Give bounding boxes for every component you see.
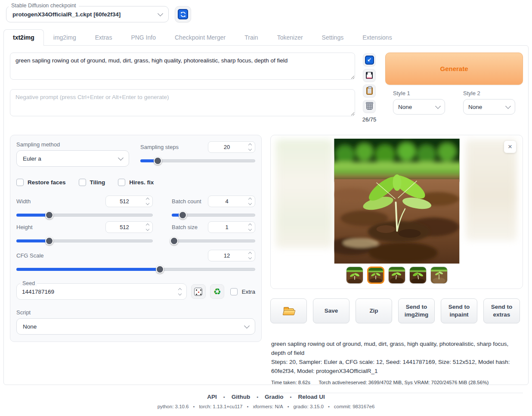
checkbox-icon — [230, 288, 238, 295]
tab-extensions[interactable]: Extensions — [353, 29, 401, 45]
footer: API• Github• Gradio• Reload UI python: 3… — [0, 394, 532, 409]
version-xformers: xformers: N/A — [253, 404, 283, 409]
reuse-seed-button[interactable]: ♻ — [210, 284, 225, 299]
seed-input[interactable]: Seed 1441787169 — [16, 283, 187, 300]
tab-txt2img[interactable]: txt2img — [3, 29, 44, 46]
style1-value: None — [398, 104, 412, 110]
token-counter: 26/75 — [362, 116, 377, 123]
version-python: python: 3.10.6 — [158, 404, 189, 409]
batch-count-label: Batch count — [172, 198, 201, 205]
gallery-backdrop-blur — [466, 140, 517, 241]
tiling-checkbox[interactable]: Tiling — [79, 179, 105, 186]
number-stepper[interactable] — [143, 222, 152, 233]
number-stepper[interactable] — [143, 196, 152, 207]
checkpoint-bar: Stable Diffusion checkpoint protogenX34O… — [0, 0, 532, 22]
restore-faces-checkbox[interactable]: Restore faces — [16, 179, 66, 186]
number-stepper[interactable] — [245, 196, 255, 207]
negative-prompt-input[interactable] — [10, 89, 355, 116]
checkpoint-value: protogenX34OfficialR_1.ckpt [60fe2f34] — [12, 11, 121, 18]
script-value: None — [23, 323, 37, 330]
number-stepper[interactable] — [175, 284, 185, 299]
refresh-checkpoints-button[interactable] — [175, 6, 191, 22]
sampling-method-select[interactable]: Euler a — [16, 150, 129, 167]
save-button[interactable]: Save — [313, 298, 350, 323]
tab-checkpoint-merger[interactable]: Checkpoint Merger — [165, 29, 235, 45]
close-icon[interactable]: × — [504, 141, 516, 153]
zip-button[interactable]: Zip — [356, 298, 392, 323]
chevron-down-icon — [435, 103, 441, 109]
number-stepper[interactable] — [245, 250, 255, 261]
cfg-scale-label: CFG Scale — [16, 252, 44, 259]
gallery-thumbnails — [271, 267, 523, 284]
slider-knob[interactable] — [179, 211, 187, 219]
tab-tokenizer[interactable]: Tokenizer — [268, 29, 312, 45]
refresh-icon — [178, 9, 188, 19]
footer-link-github[interactable]: Github — [232, 394, 251, 400]
batch-count-input[interactable]: 4 — [208, 196, 255, 207]
extra-seed-checkbox[interactable]: Extra — [230, 288, 255, 295]
tab-png-info[interactable]: PNG Info — [121, 29, 165, 45]
gallery-thumbnail[interactable] — [388, 267, 405, 284]
slider-knob[interactable] — [156, 265, 164, 273]
style1-label: Style 1 — [393, 90, 445, 96]
sampling-steps-input[interactable]: 20 — [208, 141, 255, 153]
width-slider[interactable] — [16, 212, 153, 218]
random-seed-button[interactable] — [191, 284, 206, 299]
tab-img2img[interactable]: img2img — [44, 29, 86, 45]
clipboard-icon — [366, 87, 373, 95]
slider-knob[interactable] — [154, 157, 162, 165]
send-to-img2img-button[interactable]: Send to img2img — [398, 298, 435, 323]
cfg-scale-slider[interactable] — [16, 266, 255, 272]
tab-train[interactable]: Train — [235, 29, 267, 45]
footer-link-api[interactable]: API — [207, 394, 217, 400]
cfg-scale-input[interactable]: 12 — [208, 250, 255, 261]
script-select[interactable]: None — [16, 318, 255, 335]
batch-size-slider[interactable] — [172, 238, 255, 244]
batch-size-input[interactable]: 1 — [208, 221, 255, 233]
width-input[interactable]: 512 — [105, 196, 153, 207]
sampling-steps-slider[interactable] — [140, 158, 255, 164]
slider-knob[interactable] — [45, 237, 53, 245]
open-output-folder-button[interactable] — [270, 298, 307, 323]
height-input[interactable]: 512 — [105, 221, 153, 233]
output-gallery: × — [270, 135, 523, 289]
footer-link-gradio[interactable]: Gradio — [265, 394, 284, 400]
generated-image[interactable] — [334, 139, 459, 264]
apply-style-button[interactable] — [363, 84, 376, 97]
slider-knob[interactable] — [45, 211, 53, 219]
generation-info-prompt: green sapling rowing out of ground, mud,… — [271, 340, 522, 358]
batch-count-slider[interactable] — [172, 212, 255, 218]
dice-icon — [194, 288, 202, 296]
style2-label: Style 2 — [463, 90, 515, 96]
generate-button[interactable]: Generate — [385, 53, 523, 85]
hires-fix-checkbox[interactable]: Hires. fix — [118, 179, 154, 186]
paste-generation-params-button[interactable]: ↙ — [363, 53, 376, 66]
height-slider[interactable] — [16, 238, 153, 244]
checkbox-icon — [118, 179, 125, 186]
arrow-down-left-icon: ↙ — [365, 56, 374, 65]
footer-link-reload-ui[interactable]: Reload UI — [298, 394, 325, 400]
send-to-inpaint-button[interactable]: Send to inpaint — [441, 298, 477, 323]
tab-extras[interactable]: Extras — [86, 29, 122, 45]
gallery-thumbnail[interactable] — [346, 267, 363, 284]
send-to-extras-button[interactable]: Send to extras — [483, 298, 520, 323]
tab-settings[interactable]: Settings — [312, 29, 353, 45]
gallery-thumbnail[interactable] — [430, 267, 448, 284]
chevron-down-icon — [505, 103, 511, 109]
save-style-button[interactable] — [363, 69, 376, 82]
folder-icon — [284, 308, 294, 315]
checkpoint-label: Stable Diffusion checkpoint — [9, 3, 79, 9]
style1-select[interactable]: None — [393, 99, 445, 115]
clear-prompt-button[interactable] — [363, 100, 376, 113]
gallery-thumbnail[interactable] — [409, 267, 427, 284]
style2-select[interactable]: None — [463, 99, 515, 115]
number-stepper[interactable] — [245, 222, 255, 233]
sampling-steps-label: Sampling steps — [140, 144, 179, 150]
slider-knob[interactable] — [170, 237, 178, 245]
prompt-input[interactable]: green sapling rowing out of ground, mud,… — [10, 53, 355, 80]
gallery-thumbnail-selected[interactable] — [367, 267, 384, 284]
number-stepper[interactable] — [245, 142, 255, 152]
checkpoint-field: Stable Diffusion checkpoint protogenX34O… — [6, 6, 169, 22]
vram-usage: Torch active/reserved: 3699/4702 MiB, Sy… — [319, 380, 489, 385]
style2-value: None — [468, 104, 482, 110]
